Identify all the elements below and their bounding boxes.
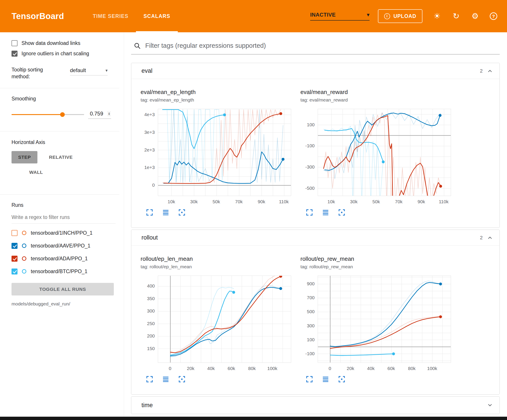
y-tick-label: 900: [307, 281, 315, 286]
data-table-icon[interactable]: [322, 376, 329, 383]
card-time-header[interactable]: time: [131, 397, 500, 414]
refresh-icon[interactable]: ↻: [452, 12, 460, 21]
runs-filter-input[interactable]: [12, 213, 116, 224]
card-eval-header[interactable]: eval 2: [131, 63, 500, 79]
tag-filter-row: [131, 42, 500, 55]
fit-domain-icon[interactable]: [178, 376, 185, 383]
run-checkbox[interactable]: [12, 256, 17, 262]
tag-filter-input[interactable]: [145, 42, 499, 49]
card-rollout-content: rollout/ep_len_mean tag: rollout/ep_len_…: [131, 246, 500, 394]
ignore-outliers-row[interactable]: Ignore outliers in chart scaling: [12, 51, 118, 57]
chart-canvas[interactable]: -100100300500700900 020k40k60k80k100k: [300, 275, 455, 373]
data-table-icon[interactable]: [162, 209, 169, 216]
plot-area[interactable]: [318, 109, 451, 196]
x-tick-label: 100k: [425, 366, 439, 371]
divider: [0, 131, 119, 131]
tab-scalars[interactable]: SCALARS: [136, 0, 178, 32]
run-color-circle[interactable]: [22, 231, 26, 235]
x-tick-label: 10k: [164, 199, 178, 204]
y-tick-label: 300: [147, 308, 155, 314]
y-tick-label: 400: [147, 283, 155, 289]
brightness-icon[interactable]: ☀: [433, 12, 442, 21]
chart-canvas[interactable]: 01e+32e+33e+34e+3 10k30k50k70k90k110k: [141, 109, 296, 207]
data-table-icon[interactable]: [162, 376, 169, 383]
chevron-up-icon[interactable]: [487, 68, 493, 74]
plot-area[interactable]: [158, 275, 291, 363]
chart-title: eval/mean_ep_length: [141, 89, 296, 96]
card-rollout: rollout 2 rollout/ep_len_mean tag: rollo…: [131, 230, 500, 395]
y-axis-labels: 100-100-300-500: [300, 109, 318, 196]
chart-rollout-ep-rew-mean: rollout/ep_rew_mean tag: rollout/ep_rew_…: [300, 255, 455, 383]
settings-gear-icon[interactable]: ⚙: [471, 12, 479, 21]
fit-domain-icon[interactable]: [178, 209, 185, 216]
card-rollout-header[interactable]: rollout 2: [131, 230, 500, 246]
y-tick-label: 500: [307, 309, 315, 314]
run-color-circle[interactable]: [22, 269, 26, 274]
data-status-dropdown[interactable]: INACTIVE ▾: [310, 12, 370, 21]
smoothing-slider-thumb[interactable]: [60, 112, 65, 117]
fit-domain-icon[interactable]: [338, 376, 345, 383]
ignore-outliers-checkbox[interactable]: [12, 51, 17, 57]
show-download-links-checkbox[interactable]: [12, 40, 17, 46]
smoothing-value: 0.759: [90, 110, 103, 117]
data-table-icon[interactable]: [322, 209, 329, 216]
x-tick-label: 70k: [392, 199, 406, 204]
x-tick-label: 110k: [277, 199, 291, 204]
run-checkbox[interactable]: [12, 230, 17, 236]
x-tick-label: 60k: [384, 366, 398, 371]
x-axis-labels: 10k30k50k70k90k110k: [300, 196, 451, 207]
run-checkbox[interactable]: [12, 243, 17, 249]
axis-wall-button[interactable]: WALL: [23, 166, 49, 179]
smoothing-slider[interactable]: [12, 114, 84, 115]
run-row-1inch[interactable]: tensorboard/1INCH/PPO_1: [12, 227, 118, 239]
expand-chart-icon[interactable]: [306, 376, 313, 383]
run-color-circle[interactable]: [22, 256, 26, 261]
horizontal-axis-label: Horizontal Axis: [12, 139, 118, 145]
screen-bottom-edge: [0, 417, 507, 420]
toggle-all-runs-button[interactable]: TOGGLE ALL RUNS: [12, 283, 114, 296]
info-icon: i: [384, 13, 390, 19]
tooltip-sorting-row: Tooltip sorting method: default ▾: [12, 66, 118, 80]
chart-toolbar: [306, 209, 455, 216]
expand-chart-icon[interactable]: [146, 376, 153, 383]
chart-canvas[interactable]: 150200250300350400 020k40k60k80k100k: [141, 275, 296, 373]
plot-area[interactable]: [158, 109, 291, 196]
chart-tag: tag: eval/mean_reward: [300, 97, 455, 103]
upload-button[interactable]: i UPLOAD: [378, 9, 422, 23]
x-axis-labels: 020k40k60k80k100k: [300, 363, 451, 373]
status-label: INACTIVE: [310, 12, 336, 18]
axis-step-button[interactable]: STEP: [12, 151, 37, 164]
ignore-outliers-label: Ignore outliers in chart scaling: [21, 51, 89, 57]
show-download-links-row[interactable]: Show data download links: [12, 40, 118, 46]
fit-domain-icon[interactable]: [338, 209, 345, 216]
chevron-down-icon: ▾: [106, 68, 108, 73]
expand-chart-icon[interactable]: [146, 209, 153, 216]
run-label: tensorboard/ADA/PPO_1: [31, 256, 88, 262]
expand-chart-icon[interactable]: [306, 209, 313, 216]
horizontal-axis-options: STEP RELATIVE: [12, 151, 118, 164]
chevron-down-icon[interactable]: [487, 402, 493, 408]
stepper-arrows-icon[interactable]: ▴▾: [107, 111, 111, 116]
chevron-up-icon[interactable]: [487, 235, 493, 241]
x-tick-label: 90k: [254, 199, 268, 204]
chart-toolbar: [146, 376, 296, 383]
x-tick-label: 70k: [232, 199, 246, 204]
run-color-circle[interactable]: [22, 243, 26, 248]
y-axis-labels: 150200250300350400: [141, 275, 158, 363]
app-header: TensorBoard TIME SERIES SCALARS INACTIVE…: [0, 0, 507, 32]
plot-area[interactable]: [318, 275, 451, 363]
smoothing-value-field[interactable]: 0.759 ▴▾: [88, 110, 111, 119]
run-checkbox[interactable]: [12, 269, 17, 275]
run-row-ada[interactable]: tensorboard/ADA/PPO_1: [12, 253, 118, 264]
chart-canvas[interactable]: 100-100-300-500 10k30k50k70k90k110k: [300, 109, 455, 207]
axis-relative-button[interactable]: RELATIVE: [42, 151, 79, 164]
run-row-btc[interactable]: tensorboard/BTC/PPO_1: [12, 266, 118, 277]
chart-eval-mean-reward: eval/mean_reward tag: eval/mean_reward 1…: [300, 89, 455, 216]
help-icon[interactable]: ?: [490, 12, 497, 20]
tooltip-sorting-dropdown[interactable]: default ▾: [70, 67, 108, 76]
y-tick-label: -100: [305, 143, 315, 148]
tab-time-series[interactable]: TIME SERIES: [85, 0, 136, 32]
run-row-aave[interactable]: tensorboard/AAVE/PPO_1: [12, 240, 118, 251]
y-axis-labels: -100100300500700900: [300, 275, 318, 363]
x-tick-label: 40k: [364, 366, 378, 371]
